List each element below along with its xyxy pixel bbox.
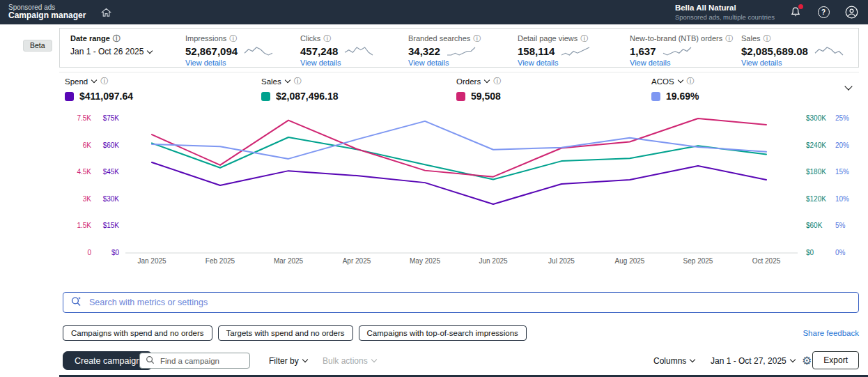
selector-label: Sales [261,77,281,86]
campaign-manager-page: Sponsored ads Campaign manager Bella All… [0,0,868,377]
columns-dropdown[interactable]: Columns [653,351,696,370]
chart-metric-sales[interactable]: Salesⓘ $2,087,496.18 [261,76,339,102]
info-icon[interactable]: ⓘ [473,34,481,43]
selector-value: 59,508 [471,91,501,102]
svg-text:0: 0 [87,249,91,256]
app-brand: Sponsored ads Campaign manager [8,3,86,20]
search-icon [70,295,82,309]
info-icon[interactable]: ⓘ [687,76,695,86]
metric-value: 457,248 [300,45,338,57]
chevron-down-icon [147,47,153,53]
svg-text:3K: 3K [83,195,92,203]
info-icon[interactable]: ⓘ [113,34,121,43]
info-icon[interactable]: ⓘ [725,34,733,43]
info-icon[interactable]: ⓘ [764,34,771,43]
metric-label: Sales [741,34,761,43]
svg-text:May 2025: May 2025 [410,257,440,265]
collapse-chart-chevron-icon[interactable] [844,82,852,90]
svg-text:Apr 2025: Apr 2025 [343,257,371,265]
svg-text:$300K: $300K [806,114,826,122]
svg-text:15%: 15% [835,168,849,176]
svg-text:Oct 2025: Oct 2025 [752,257,781,265]
view-details-link[interactable]: View details [630,59,733,67]
selector-value: $2,087,496.18 [276,91,339,102]
svg-text:Mar 2025: Mar 2025 [274,257,304,265]
metric-value: 34,322 [408,45,440,57]
metric-card-branded-searches: Branded searchesⓘ 34,322 View details [408,33,481,67]
metric-card-sales: Salesⓘ $2,085,689.08 View details [741,33,844,67]
view-details-link[interactable]: View details [518,59,590,67]
sparkline [344,46,373,56]
quick-filter-spend-no-orders-targets[interactable]: Targets with spend and no orders [218,325,353,341]
svg-text:$180K: $180K [806,168,826,176]
info-icon[interactable]: ⓘ [294,76,302,86]
info-icon[interactable]: ⓘ [493,76,501,86]
metric-card-ntb-orders: New-to-brand (NTB) ordersⓘ 1,637 View de… [630,33,733,67]
quick-filters: Campaigns with spend and no orders Targe… [63,325,527,341]
beta-badge: Beta [23,40,52,52]
table-toolbar: Create campaign Filter by Bulk actions C… [0,351,868,371]
account-name: Bella All Natural [675,3,775,13]
chevron-down-icon [302,357,307,362]
sparkline [662,46,692,56]
date-range-selector[interactable]: Date rangeⓘ Jan 1 - Oct 26 2025 [70,33,153,56]
settings-gear-icon[interactable]: ⚙ [802,351,812,370]
svg-text:1.5K: 1.5K [77,222,91,229]
chart-metric-orders[interactable]: Ordersⓘ 59,508 [456,76,501,102]
view-details-link[interactable]: View details [408,59,481,67]
bulk-actions-dropdown[interactable]: Bulk actions [323,351,378,370]
view-details-link[interactable]: View details [741,59,844,67]
svg-text:Jul 2025: Jul 2025 [548,257,575,265]
chevron-down-icon [690,357,695,362]
selector-value: $411,097.64 [79,91,133,102]
user-account-icon[interactable] [844,6,858,20]
svg-text:$45K: $45K [103,168,120,176]
app-title: Campaign manager [8,11,86,20]
table-date-range-selector[interactable]: Jan 1 - Oct 27, 2025 [711,351,796,370]
nav-right-cluster: Bella All Natural Sponsored ads, multipl… [675,0,858,24]
svg-text:$30K: $30K [103,195,120,203]
svg-text:5%: 5% [835,222,846,229]
share-feedback-link[interactable]: Share feedback [803,329,859,337]
find-campaign-box [139,353,250,369]
chevron-down-icon [91,77,97,83]
info-icon[interactable]: ⓘ [229,34,237,43]
svg-text:Feb 2025: Feb 2025 [206,257,235,265]
selector-value: 19.69% [666,91,699,102]
svg-text:10%: 10% [835,195,849,203]
account-subtitle: Sponsored ads, multiple countries [675,13,775,21]
metric-label: Branded searches [408,34,470,43]
chart-metric-spend[interactable]: Spendⓘ $411,097.64 [65,76,133,102]
chevron-down-icon [789,357,795,362]
notifications-bell-icon[interactable] [789,6,803,20]
svg-text:$60K: $60K [806,222,823,229]
info-icon[interactable]: ⓘ [323,34,331,43]
metric-card-impressions: Impressionsⓘ 52,867,094 View details [185,33,273,67]
date-range-value[interactable]: Jan 1 - Oct 26 2025 [70,47,153,56]
svg-text:4.5K: 4.5K [77,168,91,176]
svg-text:Sep 2025: Sep 2025 [683,257,713,265]
info-icon[interactable]: ⓘ [580,34,588,43]
help-glyph: ? [818,6,830,18]
export-button[interactable]: Export [812,351,859,369]
metric-label: Detail page views [518,34,578,43]
account-switcher[interactable]: Bella All Natural Sponsored ads, multipl… [675,3,775,21]
chart-metric-acos[interactable]: ACOSⓘ 19.69% [651,76,699,102]
quick-filter-spend-no-orders-campaigns[interactable]: Campaigns with spend and no orders [63,325,212,341]
home-icon[interactable] [101,8,111,17]
sparkline [561,46,590,56]
help-icon[interactable]: ? [816,6,830,20]
metric-value: 158,114 [518,45,555,57]
metric-value: 52,867,094 [185,45,238,57]
chevron-down-icon [484,77,490,83]
metrics-search-input[interactable] [88,297,851,308]
view-details-link[interactable]: View details [185,59,273,67]
performance-chart: 01.5K3K4.5K6K7.5K$0$15K$30K$45K$60K$75K$… [66,111,853,270]
info-icon[interactable]: ⓘ [100,76,108,86]
svg-text:$240K: $240K [806,141,826,149]
view-details-link[interactable]: View details [300,59,373,67]
filter-by-dropdown[interactable]: Filter by [269,351,309,370]
find-campaign-input[interactable] [159,356,269,366]
quick-filter-top-of-search[interactable]: Campaigns with top-of-search impressions [359,325,527,341]
top-nav: Sponsored ads Campaign manager Bella All… [0,0,868,24]
